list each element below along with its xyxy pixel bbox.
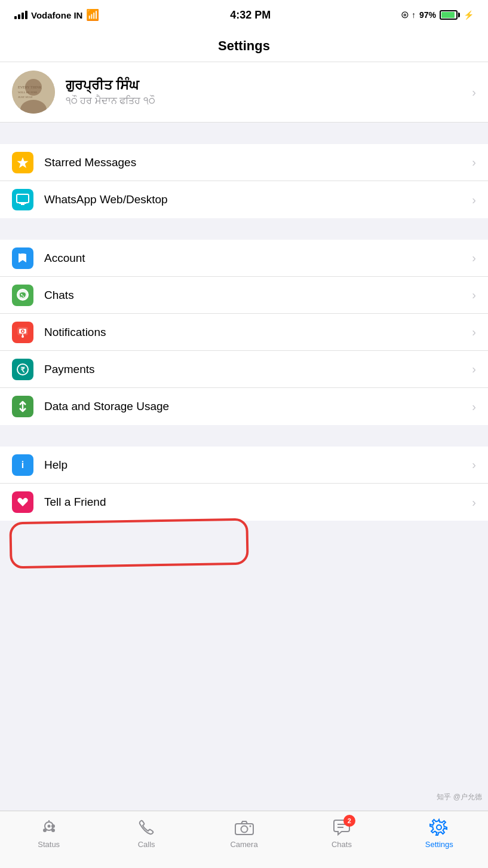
tab-item-camera[interactable]: Camera xyxy=(195,817,293,849)
bolt-icon: ⚡ xyxy=(464,10,474,20)
whatsapp-web-label: WhatsApp Web/Desktop xyxy=(44,193,472,206)
watermark: 知乎 @户允德 xyxy=(437,792,482,802)
svg-point-26 xyxy=(51,829,55,832)
data-storage-chevron: › xyxy=(472,400,476,414)
battery-percent: 97% xyxy=(419,10,436,20)
menu-section-1: Starred Messages › WhatsApp Web/Desktop … xyxy=(0,144,488,218)
svg-point-34 xyxy=(437,825,441,830)
section-gap-1 xyxy=(0,123,488,144)
profile-chevron: › xyxy=(472,85,476,99)
notifications-chevron: › xyxy=(472,325,476,339)
whatsapp-web-chevron: › xyxy=(472,193,476,207)
battery-icon xyxy=(440,10,460,20)
svg-rect-9 xyxy=(21,204,24,205)
help-chevron: › xyxy=(472,458,476,472)
menu-item-help[interactable]: i Help › xyxy=(0,447,488,484)
starred-messages-chevron: › xyxy=(472,155,476,169)
svg-rect-10 xyxy=(19,253,20,262)
svg-point-24 xyxy=(51,824,55,828)
chats-badge: 2 xyxy=(343,815,355,827)
svg-point-25 xyxy=(43,829,47,832)
menu-item-payments[interactable]: ₹ Payments › xyxy=(0,351,488,388)
svg-text:EVERY THINK: EVERY THINK xyxy=(18,85,42,89)
wifi-icon: 📶 xyxy=(86,8,99,22)
whatsapp-web-icon xyxy=(12,189,33,210)
data-storage-icon xyxy=(12,396,33,417)
profile-status: ੧੦ੌ ਹਰ ਮੈਦਾਨ ਫਤਿਹ ੧੦ੌ xyxy=(66,96,466,106)
section-gap-2 xyxy=(0,218,488,240)
svg-text:WILL BE FINE: WILL BE FINE xyxy=(18,91,37,94)
svg-rect-8 xyxy=(19,203,26,204)
payments-icon: ₹ xyxy=(12,359,33,380)
svg-rect-7 xyxy=(17,194,29,203)
starred-messages-icon xyxy=(12,152,33,173)
settings-tab-icon xyxy=(429,817,449,838)
svg-point-18 xyxy=(22,330,24,332)
notifications-label: Notifications xyxy=(44,326,472,339)
avatar: EVERY THINK WILL BE FINE JUST STAY xyxy=(12,71,55,114)
account-chevron: › xyxy=(472,251,476,265)
payments-chevron: › xyxy=(472,362,476,376)
starred-messages-label: Starred Messages xyxy=(44,156,472,169)
menu-item-chats[interactable]: Chats › xyxy=(0,277,488,314)
tab-item-settings[interactable]: Settings xyxy=(391,817,488,849)
svg-point-30 xyxy=(241,826,247,833)
notifications-icon xyxy=(12,322,33,343)
account-icon xyxy=(12,247,33,269)
section-gap-3 xyxy=(0,425,488,447)
status-tab-icon xyxy=(39,817,59,838)
at-icon: ⦾ xyxy=(401,10,408,20)
menu-item-notifications[interactable]: Notifications › xyxy=(0,314,488,351)
chats-tab-icon: 2 xyxy=(332,817,352,838)
tell-friend-chevron: › xyxy=(472,496,476,509)
chats-chevron: › xyxy=(472,288,476,302)
menu-item-data-storage[interactable]: Data and Storage Usage › xyxy=(0,388,488,425)
menu-item-account[interactable]: Account › xyxy=(0,240,488,277)
chats-tab-label: Chats xyxy=(332,840,352,849)
menu-section-3: i Help › Tell a Friend › xyxy=(0,447,488,521)
tell-friend-icon xyxy=(12,491,33,513)
signal-icon xyxy=(14,11,27,19)
account-label: Account xyxy=(44,252,472,265)
profile-info: ਗੁਰਪ੍ਰੀਤ ਸਿੰਘ ੧੦ੌ ਹਰ ਮੈਦਾਨ ਫਤਿਹ ੧੦ੌ xyxy=(66,78,466,106)
status-left: Vodafone IN 📶 xyxy=(14,8,99,22)
chats-icon xyxy=(12,285,33,306)
status-tab-label: Status xyxy=(38,840,60,849)
camera-tab-icon xyxy=(234,817,254,838)
status-bar: Vodafone IN 📶 4:32 PM ⦾ ↑ 97% ⚡ xyxy=(0,0,488,30)
carrier-label: Vodafone IN xyxy=(31,10,82,20)
menu-item-tell-friend[interactable]: Tell a Friend › xyxy=(0,484,488,521)
payments-label: Payments xyxy=(44,363,472,376)
tell-friend-label: Tell a Friend xyxy=(44,496,472,509)
location-icon: ↑ xyxy=(412,10,416,20)
svg-marker-6 xyxy=(17,157,29,168)
data-storage-label: Data and Storage Usage xyxy=(44,400,472,413)
help-label: Help xyxy=(44,459,472,472)
menu-item-starred-messages[interactable]: Starred Messages › xyxy=(0,144,488,181)
tab-bar: Status Calls Camera xyxy=(0,811,488,868)
calls-tab-icon xyxy=(136,817,156,838)
status-time: 4:32 PM xyxy=(230,9,271,22)
section-gap-4 xyxy=(0,521,488,542)
svg-text:JUST STAY: JUST STAY xyxy=(18,96,33,99)
menu-section-2: Account › Chats › xyxy=(0,240,488,425)
tab-item-chats[interactable]: 2 Chats xyxy=(293,817,390,849)
svg-text:i: i xyxy=(22,460,24,470)
chats-label: Chats xyxy=(44,289,472,302)
menu-item-whatsapp-web[interactable]: WhatsApp Web/Desktop › xyxy=(0,181,488,218)
svg-rect-16 xyxy=(22,334,23,337)
help-icon: i xyxy=(12,454,33,476)
profile-name: ਗੁਰਪ੍ਰੀਤ ਸਿੰਘ xyxy=(66,78,466,93)
page-title: Settings xyxy=(218,38,270,54)
settings-tab-label: Settings xyxy=(425,840,453,849)
tab-item-calls[interactable]: Calls xyxy=(97,817,195,849)
camera-tab-label: Camera xyxy=(230,840,257,849)
nav-header: Settings xyxy=(0,30,488,62)
tab-item-status[interactable]: Status xyxy=(0,817,97,849)
profile-row[interactable]: EVERY THINK WILL BE FINE JUST STAY ਗੁਰਪ੍… xyxy=(0,62,488,123)
svg-text:₹: ₹ xyxy=(20,365,25,374)
status-right: ⦾ ↑ 97% ⚡ xyxy=(401,10,474,20)
calls-tab-label: Calls xyxy=(138,840,155,849)
svg-point-31 xyxy=(249,826,251,827)
svg-point-28 xyxy=(47,825,50,828)
